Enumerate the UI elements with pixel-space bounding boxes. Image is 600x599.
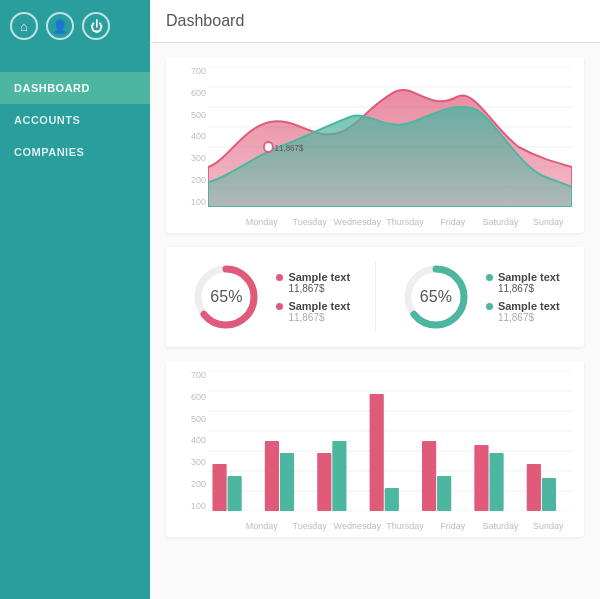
legend-val1-1a: 11,867$ — [288, 283, 350, 294]
x-label-tue: Tuesday — [286, 217, 334, 227]
legend-dot-2a — [486, 274, 493, 281]
sidebar-item-accounts[interactable]: ACCOUNTS — [0, 104, 150, 136]
donut-card-2: 65% Sample text 11,867$ Sample text — [392, 261, 569, 333]
bar-yaxis: 700 600 500 400 300 200 100 — [178, 371, 206, 511]
bar-sat-pink — [474, 445, 488, 511]
donut-legend-2: Sample text 11,867$ Sample text 11,867$ — [486, 271, 560, 323]
bx-fri: Friday — [429, 521, 477, 531]
legend-item-2a: Sample text 11,867$ — [486, 271, 560, 294]
donut-row: 65% Sample text 11,867$ Sample text — [166, 247, 584, 347]
bar-wed-teal — [332, 441, 346, 511]
bar-xaxis: Monday Tuesday Wednesday Thursday Friday… — [208, 518, 572, 531]
bx-sun: Sunday — [524, 521, 572, 531]
bar-chart-wrap: 700 600 500 400 300 200 100 — [178, 371, 572, 531]
annotation-dot — [264, 142, 273, 152]
bar-wed-pink — [317, 453, 331, 511]
legend-val2-2b: 11,867$ — [498, 312, 560, 323]
area-svg: 11,867$ — [208, 67, 572, 207]
y-label-500: 500 — [191, 111, 206, 120]
sidebar-nav: DASHBOARD ACCOUNTS COMPANIES — [0, 72, 150, 168]
donut-legend-1: Sample text 11,867$ Sample text 11,867$ — [276, 271, 350, 323]
by-100: 100 — [191, 502, 206, 511]
bar-thu-pink — [370, 394, 384, 511]
y-label-700: 700 — [191, 67, 206, 76]
legend-text-2a: Sample text — [498, 271, 560, 283]
home-icon[interactable]: ⌂ — [10, 12, 38, 40]
x-label-thu: Thursday — [381, 217, 429, 227]
legend-dot-1a — [276, 274, 283, 281]
bx-sat: Saturday — [477, 521, 525, 531]
donut-card-1: 65% Sample text 11,867$ Sample text — [182, 261, 359, 333]
x-label-sat: Saturday — [477, 217, 525, 227]
y-label-400: 400 — [191, 132, 206, 141]
legend-item-1b: Sample text 11,867$ — [276, 300, 350, 323]
y-label-600: 600 — [191, 89, 206, 98]
by-300: 300 — [191, 458, 206, 467]
x-label-wed: Wednesday — [333, 217, 381, 227]
bar-sat-teal — [489, 453, 503, 511]
legend-title-2a: Sample text — [486, 271, 560, 283]
main-content: Dashboard 700 600 500 400 300 200 100 — [150, 0, 600, 599]
by-500: 500 — [191, 415, 206, 424]
legend-text-2b: Sample text — [498, 300, 560, 312]
x-label-fri: Friday — [429, 217, 477, 227]
bar-thu-teal — [385, 488, 399, 511]
annotation-label: 11,867$ — [275, 143, 304, 154]
donut-wrap-1: 65% — [190, 261, 262, 333]
y-label-200: 200 — [191, 176, 206, 185]
bar-chart-container: 700 600 500 400 300 200 100 — [166, 361, 584, 537]
donut-label-2: 65% — [420, 288, 452, 306]
donut-divider — [375, 261, 376, 333]
power-icon[interactable]: ⏻ — [82, 12, 110, 40]
by-600: 600 — [191, 393, 206, 402]
bar-tue-teal — [280, 453, 294, 511]
bar-tue-pink — [265, 441, 279, 511]
sidebar-item-companies[interactable]: COMPANIES — [0, 136, 150, 168]
area-xaxis: Monday Tuesday Wednesday Thursday Friday… — [208, 214, 572, 227]
sidebar: ⌂ 👤 ⏻ DASHBOARD ACCOUNTS COMPANIES — [0, 0, 150, 599]
by-200: 200 — [191, 480, 206, 489]
page-title: Dashboard — [166, 12, 244, 29]
person-icon[interactable]: 👤 — [46, 12, 74, 40]
bar-fri-teal — [437, 476, 451, 511]
legend-text-1a: Sample text — [288, 271, 350, 283]
x-label-sun: Sunday — [524, 217, 572, 227]
legend-text-1b: Sample text — [288, 300, 350, 312]
bar-sun-pink — [527, 464, 541, 511]
bar-fri-pink — [422, 441, 436, 511]
sidebar-header: ⌂ 👤 ⏻ — [0, 0, 150, 52]
legend-title-2b: Sample text — [486, 300, 560, 312]
y-label-100: 100 — [191, 198, 206, 207]
bar-mon-teal — [228, 476, 242, 511]
donut-wrap-2: 65% — [400, 261, 472, 333]
legend-dot-2b — [486, 303, 493, 310]
topbar: Dashboard — [150, 0, 600, 43]
area-chart-wrap: 700 600 500 400 300 200 100 — [178, 67, 572, 227]
x-label-mon: Monday — [238, 217, 286, 227]
bar-svg — [208, 371, 572, 511]
legend-title-1b: Sample text — [276, 300, 350, 312]
legend-item-2b: Sample text 11,867$ — [486, 300, 560, 323]
area-yaxis: 700 600 500 400 300 200 100 — [178, 67, 206, 207]
bx-wed: Wednesday — [333, 521, 381, 531]
legend-dot-1b — [276, 303, 283, 310]
bx-thu: Thursday — [381, 521, 429, 531]
by-400: 400 — [191, 436, 206, 445]
content-area: 700 600 500 400 300 200 100 — [150, 43, 600, 551]
y-label-300: 300 — [191, 154, 206, 163]
area-chart-container: 700 600 500 400 300 200 100 — [166, 57, 584, 233]
sidebar-item-dashboard[interactable]: DASHBOARD — [0, 72, 150, 104]
legend-val1-2a: 11,867$ — [498, 283, 560, 294]
bx-mon: Monday — [238, 521, 286, 531]
bar-mon-pink — [212, 464, 226, 511]
legend-title-1a: Sample text — [276, 271, 350, 283]
legend-item-1a: Sample text 11,867$ — [276, 271, 350, 294]
donut-label-1: 65% — [210, 288, 242, 306]
bx-tue: Tuesday — [286, 521, 334, 531]
legend-val2-1b: 11,867$ — [288, 312, 350, 323]
bar-sun-teal — [542, 478, 556, 511]
by-700: 700 — [191, 371, 206, 380]
